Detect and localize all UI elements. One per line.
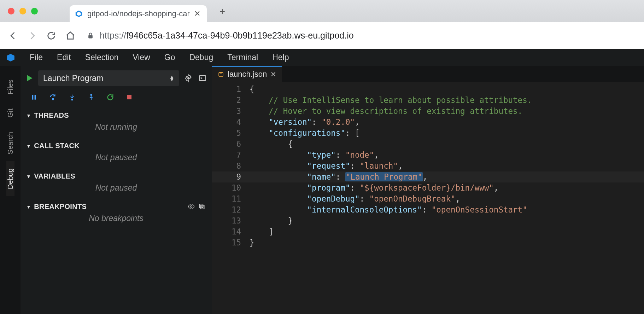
code-line[interactable]: "internalConsoleOptions": "openOnSession… xyxy=(250,204,644,215)
code-line[interactable]: "name": "Launch Program", xyxy=(250,171,644,182)
svg-rect-5 xyxy=(199,76,206,81)
step-over-button[interactable] xyxy=(49,93,57,101)
menu-help[interactable]: Help xyxy=(270,51,291,64)
code-editor[interactable]: 123456789101112131415 { // Use IntelliSe… xyxy=(212,82,644,314)
breakpoints-section-header[interactable]: ▼ BREAKPOINTS xyxy=(21,199,212,212)
threads-section-body: Not running xyxy=(21,121,212,138)
gitpod-favicon-icon xyxy=(75,10,83,18)
code-line[interactable]: "openDebug": "openOnDebugBreak", xyxy=(250,193,644,204)
editor-tab[interactable]: launch.json ✕ xyxy=(212,66,282,82)
code-line[interactable]: "program": "${workspaceFolder}/bin/www", xyxy=(250,182,644,193)
code-line[interactable]: "request": "launch", xyxy=(250,161,644,171)
debug-control-row xyxy=(21,88,212,108)
browser-chrome: gitpod-io/nodejs-shopping-car ✕ + https:… xyxy=(0,0,644,49)
activity-bar: FilesGitSearchDebug xyxy=(0,66,21,314)
debug-settings-button[interactable] xyxy=(183,73,193,83)
svg-rect-7 xyxy=(35,95,36,99)
svg-point-9 xyxy=(71,99,72,100)
threads-section-title: THREADS xyxy=(34,111,69,120)
svg-point-16 xyxy=(219,72,223,74)
json-file-icon xyxy=(218,71,224,77)
code-line[interactable]: "type": "node", xyxy=(250,150,644,161)
close-tab-icon[interactable]: ✕ xyxy=(194,9,200,18)
code-line[interactable]: // Use IntelliSense to learn about possi… xyxy=(250,95,644,106)
activity-tab-git[interactable]: Git xyxy=(6,101,14,125)
code-line[interactable]: } xyxy=(250,237,644,248)
toggle-breakpoints-button[interactable] xyxy=(188,203,195,211)
menu-file[interactable]: File xyxy=(28,51,45,64)
stop-button[interactable] xyxy=(125,93,134,101)
window-close-button[interactable] xyxy=(8,8,14,14)
browser-tab[interactable]: gitpod-io/nodejs-shopping-car ✕ xyxy=(70,5,207,22)
code-line[interactable]: } xyxy=(250,215,644,226)
forward-button[interactable] xyxy=(27,30,37,41)
line-number: 12 xyxy=(212,204,241,215)
debug-console-button[interactable] xyxy=(198,73,207,83)
svg-marker-3 xyxy=(7,54,14,62)
debug-config-select[interactable]: Launch Program ▲▼ xyxy=(38,70,179,86)
restart-button[interactable] xyxy=(106,93,115,101)
svg-rect-11 xyxy=(127,95,131,99)
new-tab-button[interactable]: + xyxy=(215,4,230,19)
line-number: 6 xyxy=(212,139,241,150)
browser-tab-bar: gitpod-io/nodejs-shopping-car ✕ + xyxy=(0,0,644,22)
line-number: 15 xyxy=(212,237,241,248)
code-line[interactable]: ] xyxy=(250,226,644,237)
line-number: 8 xyxy=(212,161,241,171)
address-bar: https://f946c65a-1a34-47ca-94b9-0b9b119e… xyxy=(0,22,644,49)
debug-config-selected: Launch Program xyxy=(43,74,103,83)
pause-button[interactable] xyxy=(30,93,38,101)
code-line[interactable]: { xyxy=(250,139,644,150)
ide-menubar: FileEditSelectionViewGoDebugTerminalHelp xyxy=(0,49,644,66)
menu-terminal[interactable]: Terminal xyxy=(225,51,260,64)
callstack-section-header[interactable]: ▼ CALL STACK xyxy=(21,138,212,151)
menu-edit[interactable]: Edit xyxy=(55,51,73,64)
line-number: 5 xyxy=(212,128,241,139)
code-line[interactable]: // Hover to view descriptions of existin… xyxy=(250,106,644,117)
line-number: 10 xyxy=(212,182,241,193)
chevron-down-icon: ▼ xyxy=(26,174,31,179)
reload-button[interactable] xyxy=(46,30,57,41)
theia-logo-icon xyxy=(6,53,16,63)
svg-point-8 xyxy=(52,99,54,100)
menu-debug[interactable]: Debug xyxy=(187,51,215,64)
code-line[interactable]: "version": "0.2.0", xyxy=(250,117,644,128)
activity-tab-search[interactable]: Search xyxy=(6,125,14,161)
svg-point-10 xyxy=(90,94,92,95)
line-number: 13 xyxy=(212,215,241,226)
line-number: 7 xyxy=(212,150,241,161)
svg-rect-2 xyxy=(88,35,93,38)
code-content[interactable]: { // Use IntelliSense to learn about pos… xyxy=(247,82,644,314)
window-minimize-button[interactable] xyxy=(19,8,26,14)
step-out-button[interactable] xyxy=(87,93,95,101)
line-number: 2 xyxy=(212,95,241,106)
ide-body: FilesGitSearchDebug Launch Program ▲▼ xyxy=(0,66,644,314)
debug-panel: Launch Program ▲▼ ▼ THREADS Not running … xyxy=(21,66,212,314)
code-line[interactable]: { xyxy=(250,84,644,95)
menu-go[interactable]: Go xyxy=(162,51,177,64)
url-field[interactable]: https://f946c65a-1a34-47ca-94b9-0b9b119e… xyxy=(83,30,636,41)
select-arrows-icon: ▲▼ xyxy=(169,75,174,81)
remove-all-breakpoints-button[interactable] xyxy=(198,203,206,211)
chevron-down-icon: ▼ xyxy=(26,113,31,118)
back-button[interactable] xyxy=(8,30,18,41)
lock-icon xyxy=(87,32,94,39)
menu-view[interactable]: View xyxy=(130,51,152,64)
activity-tab-debug[interactable]: Debug xyxy=(6,161,14,196)
home-button[interactable] xyxy=(65,30,76,41)
callstack-section-title: CALL STACK xyxy=(34,142,80,150)
breakpoints-section-body: No breakpoints xyxy=(21,212,212,229)
window-controls xyxy=(8,8,38,14)
start-debug-button[interactable] xyxy=(25,74,34,83)
threads-section-header[interactable]: ▼ THREADS xyxy=(21,108,212,121)
variables-section-header[interactable]: ▼ VARIABLES xyxy=(21,169,212,182)
code-line[interactable]: "configurations": [ xyxy=(250,128,644,139)
activity-tab-files[interactable]: Files xyxy=(6,72,14,101)
line-gutter: 123456789101112131415 xyxy=(212,82,247,314)
close-editor-tab-icon[interactable]: ✕ xyxy=(270,70,276,78)
debug-config-row: Launch Program ▲▼ xyxy=(21,68,212,88)
step-into-button[interactable] xyxy=(68,93,76,101)
menu-selection[interactable]: Selection xyxy=(83,51,121,64)
editor-area: launch.json ✕ 123456789101112131415 { //… xyxy=(212,66,644,314)
window-maximize-button[interactable] xyxy=(31,8,38,14)
